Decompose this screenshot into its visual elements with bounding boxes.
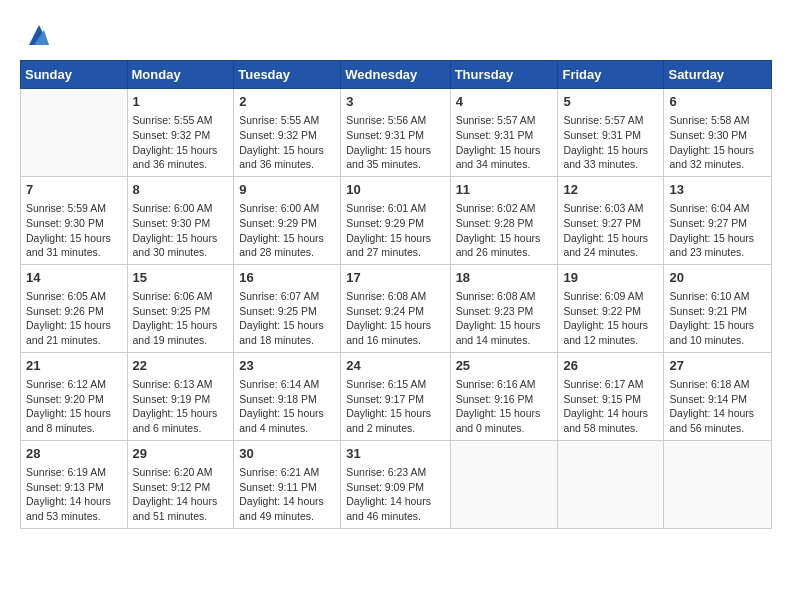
week-row-4: 21Sunrise: 6:12 AMSunset: 9:20 PMDayligh… — [21, 352, 772, 440]
day-cell: 22Sunrise: 6:13 AMSunset: 9:19 PMDayligh… — [127, 352, 234, 440]
day-number: 25 — [456, 357, 553, 375]
day-cell: 14Sunrise: 6:05 AMSunset: 9:26 PMDayligh… — [21, 264, 128, 352]
day-info: Sunrise: 6:02 AMSunset: 9:28 PMDaylight:… — [456, 201, 553, 260]
day-cell: 27Sunrise: 6:18 AMSunset: 9:14 PMDayligh… — [664, 352, 772, 440]
day-info: Sunrise: 6:10 AMSunset: 9:21 PMDaylight:… — [669, 289, 766, 348]
day-cell: 10Sunrise: 6:01 AMSunset: 9:29 PMDayligh… — [341, 176, 450, 264]
day-number: 27 — [669, 357, 766, 375]
day-info: Sunrise: 6:00 AMSunset: 9:30 PMDaylight:… — [133, 201, 229, 260]
day-cell — [450, 440, 558, 528]
day-info: Sunrise: 6:20 AMSunset: 9:12 PMDaylight:… — [133, 465, 229, 524]
header-cell-sunday: Sunday — [21, 61, 128, 89]
day-info: Sunrise: 6:08 AMSunset: 9:23 PMDaylight:… — [456, 289, 553, 348]
day-number: 4 — [456, 93, 553, 111]
day-info: Sunrise: 5:57 AMSunset: 9:31 PMDaylight:… — [456, 113, 553, 172]
day-number: 11 — [456, 181, 553, 199]
day-number: 22 — [133, 357, 229, 375]
day-number: 10 — [346, 181, 444, 199]
day-info: Sunrise: 5:57 AMSunset: 9:31 PMDaylight:… — [563, 113, 658, 172]
day-info: Sunrise: 6:05 AMSunset: 9:26 PMDaylight:… — [26, 289, 122, 348]
calendar-header: SundayMondayTuesdayWednesdayThursdayFrid… — [21, 61, 772, 89]
day-number: 6 — [669, 93, 766, 111]
day-cell: 8Sunrise: 6:00 AMSunset: 9:30 PMDaylight… — [127, 176, 234, 264]
week-row-5: 28Sunrise: 6:19 AMSunset: 9:13 PMDayligh… — [21, 440, 772, 528]
day-info: Sunrise: 6:13 AMSunset: 9:19 PMDaylight:… — [133, 377, 229, 436]
day-number: 1 — [133, 93, 229, 111]
day-info: Sunrise: 6:16 AMSunset: 9:16 PMDaylight:… — [456, 377, 553, 436]
day-info: Sunrise: 6:19 AMSunset: 9:13 PMDaylight:… — [26, 465, 122, 524]
day-number: 18 — [456, 269, 553, 287]
day-cell: 11Sunrise: 6:02 AMSunset: 9:28 PMDayligh… — [450, 176, 558, 264]
day-cell: 19Sunrise: 6:09 AMSunset: 9:22 PMDayligh… — [558, 264, 664, 352]
day-number: 8 — [133, 181, 229, 199]
day-number: 5 — [563, 93, 658, 111]
day-number: 24 — [346, 357, 444, 375]
logo — [20, 20, 54, 50]
day-cell: 3Sunrise: 5:56 AMSunset: 9:31 PMDaylight… — [341, 89, 450, 177]
day-number: 16 — [239, 269, 335, 287]
day-info: Sunrise: 6:12 AMSunset: 9:20 PMDaylight:… — [26, 377, 122, 436]
week-row-3: 14Sunrise: 6:05 AMSunset: 9:26 PMDayligh… — [21, 264, 772, 352]
day-cell — [664, 440, 772, 528]
day-number: 15 — [133, 269, 229, 287]
day-cell: 2Sunrise: 5:55 AMSunset: 9:32 PMDaylight… — [234, 89, 341, 177]
day-info: Sunrise: 6:01 AMSunset: 9:29 PMDaylight:… — [346, 201, 444, 260]
header-cell-wednesday: Wednesday — [341, 61, 450, 89]
day-number: 26 — [563, 357, 658, 375]
day-cell: 30Sunrise: 6:21 AMSunset: 9:11 PMDayligh… — [234, 440, 341, 528]
day-info: Sunrise: 6:08 AMSunset: 9:24 PMDaylight:… — [346, 289, 444, 348]
day-number: 29 — [133, 445, 229, 463]
day-number: 7 — [26, 181, 122, 199]
day-info: Sunrise: 6:06 AMSunset: 9:25 PMDaylight:… — [133, 289, 229, 348]
day-cell: 31Sunrise: 6:23 AMSunset: 9:09 PMDayligh… — [341, 440, 450, 528]
day-number: 17 — [346, 269, 444, 287]
day-cell — [558, 440, 664, 528]
day-number: 3 — [346, 93, 444, 111]
day-cell — [21, 89, 128, 177]
day-number: 19 — [563, 269, 658, 287]
week-row-1: 1Sunrise: 5:55 AMSunset: 9:32 PMDaylight… — [21, 89, 772, 177]
logo-icon — [24, 20, 54, 50]
day-info: Sunrise: 6:14 AMSunset: 9:18 PMDaylight:… — [239, 377, 335, 436]
calendar-table: SundayMondayTuesdayWednesdayThursdayFrid… — [20, 60, 772, 529]
day-info: Sunrise: 5:55 AMSunset: 9:32 PMDaylight:… — [133, 113, 229, 172]
day-number: 31 — [346, 445, 444, 463]
day-info: Sunrise: 6:00 AMSunset: 9:29 PMDaylight:… — [239, 201, 335, 260]
day-cell: 13Sunrise: 6:04 AMSunset: 9:27 PMDayligh… — [664, 176, 772, 264]
day-info: Sunrise: 6:17 AMSunset: 9:15 PMDaylight:… — [563, 377, 658, 436]
day-number: 9 — [239, 181, 335, 199]
day-info: Sunrise: 5:55 AMSunset: 9:32 PMDaylight:… — [239, 113, 335, 172]
day-info: Sunrise: 6:03 AMSunset: 9:27 PMDaylight:… — [563, 201, 658, 260]
day-number: 23 — [239, 357, 335, 375]
page-header — [20, 20, 772, 50]
day-number: 12 — [563, 181, 658, 199]
day-info: Sunrise: 5:58 AMSunset: 9:30 PMDaylight:… — [669, 113, 766, 172]
day-cell: 7Sunrise: 5:59 AMSunset: 9:30 PMDaylight… — [21, 176, 128, 264]
day-cell: 18Sunrise: 6:08 AMSunset: 9:23 PMDayligh… — [450, 264, 558, 352]
day-info: Sunrise: 6:18 AMSunset: 9:14 PMDaylight:… — [669, 377, 766, 436]
day-info: Sunrise: 6:15 AMSunset: 9:17 PMDaylight:… — [346, 377, 444, 436]
day-cell: 29Sunrise: 6:20 AMSunset: 9:12 PMDayligh… — [127, 440, 234, 528]
day-number: 20 — [669, 269, 766, 287]
header-row: SundayMondayTuesdayWednesdayThursdayFrid… — [21, 61, 772, 89]
header-cell-monday: Monday — [127, 61, 234, 89]
calendar-body: 1Sunrise: 5:55 AMSunset: 9:32 PMDaylight… — [21, 89, 772, 529]
day-number: 13 — [669, 181, 766, 199]
day-cell: 26Sunrise: 6:17 AMSunset: 9:15 PMDayligh… — [558, 352, 664, 440]
day-cell: 28Sunrise: 6:19 AMSunset: 9:13 PMDayligh… — [21, 440, 128, 528]
day-cell: 20Sunrise: 6:10 AMSunset: 9:21 PMDayligh… — [664, 264, 772, 352]
day-cell: 15Sunrise: 6:06 AMSunset: 9:25 PMDayligh… — [127, 264, 234, 352]
day-number: 14 — [26, 269, 122, 287]
day-info: Sunrise: 6:23 AMSunset: 9:09 PMDaylight:… — [346, 465, 444, 524]
header-cell-friday: Friday — [558, 61, 664, 89]
day-cell: 4Sunrise: 5:57 AMSunset: 9:31 PMDaylight… — [450, 89, 558, 177]
day-cell: 5Sunrise: 5:57 AMSunset: 9:31 PMDaylight… — [558, 89, 664, 177]
day-cell: 25Sunrise: 6:16 AMSunset: 9:16 PMDayligh… — [450, 352, 558, 440]
week-row-2: 7Sunrise: 5:59 AMSunset: 9:30 PMDaylight… — [21, 176, 772, 264]
day-info: Sunrise: 5:59 AMSunset: 9:30 PMDaylight:… — [26, 201, 122, 260]
day-cell: 23Sunrise: 6:14 AMSunset: 9:18 PMDayligh… — [234, 352, 341, 440]
day-number: 28 — [26, 445, 122, 463]
header-cell-thursday: Thursday — [450, 61, 558, 89]
day-cell: 1Sunrise: 5:55 AMSunset: 9:32 PMDaylight… — [127, 89, 234, 177]
day-cell: 6Sunrise: 5:58 AMSunset: 9:30 PMDaylight… — [664, 89, 772, 177]
